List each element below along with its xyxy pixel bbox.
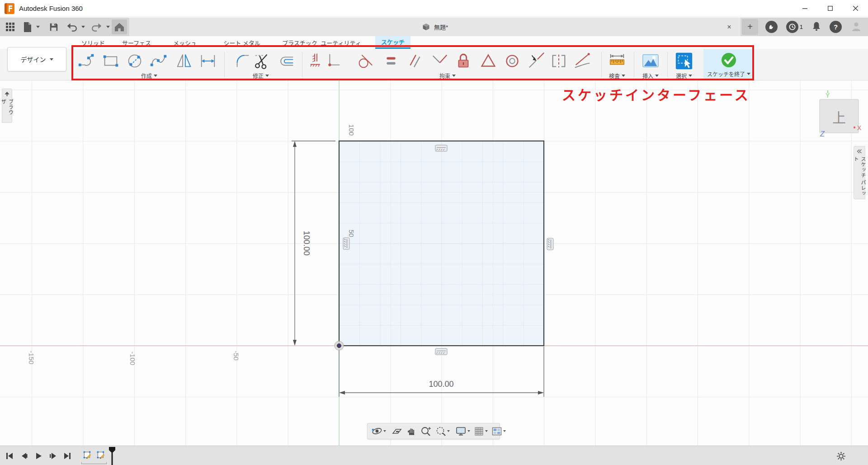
- pan-icon[interactable]: [405, 424, 418, 438]
- orbit-icon[interactable]: [370, 424, 387, 438]
- group-label-modify[interactable]: 修正: [236, 72, 286, 80]
- midpoint-constraint-icon[interactable]: [478, 51, 499, 71]
- timeline-play-button[interactable]: [33, 451, 44, 461]
- fix-constraint-icon[interactable]: [453, 51, 474, 71]
- line-tool-icon[interactable]: [76, 51, 97, 71]
- viewports-caret[interactable]: [503, 430, 506, 432]
- grid-settings-caret[interactable]: [485, 430, 488, 432]
- coincident-constraint-icon[interactable]: [323, 51, 344, 71]
- tab-solid[interactable]: ソリッド: [72, 36, 114, 49]
- curvature-constraint-icon[interactable]: [571, 51, 592, 71]
- tab-mesh[interactable]: メッシュ: [159, 36, 211, 49]
- finish-sketch-button[interactable]: スケッチを終了: [703, 49, 754, 80]
- equal-constraint-icon[interactable]: [381, 51, 401, 71]
- redo-icon[interactable]: [89, 19, 104, 34]
- mirror-tool-icon[interactable]: [174, 51, 194, 71]
- group-label-finish: スケッチを終了: [707, 70, 750, 78]
- group-label-constraints[interactable]: 拘束: [423, 72, 472, 80]
- fillet-tool-icon[interactable]: [232, 51, 253, 71]
- trim-tool-icon[interactable]: [252, 51, 273, 71]
- collinear-constraint-icon[interactable]: [526, 51, 547, 71]
- zoom-window-caret[interactable]: [447, 430, 450, 432]
- redo-caret[interactable]: [106, 26, 110, 28]
- job-status[interactable]: 1: [786, 21, 803, 33]
- symmetry-constraint-icon[interactable]: [548, 51, 569, 71]
- group-label-create[interactable]: 作成: [124, 72, 174, 80]
- timeline-next-button[interactable]: [47, 451, 59, 461]
- parallel-constraint-icon[interactable]: [404, 51, 425, 71]
- title-bar: Autodesk Fusion 360: [0, 0, 868, 17]
- orbit-caret[interactable]: [383, 430, 386, 432]
- workspace-caret: [50, 58, 53, 61]
- dim-width-label[interactable]: 100.00: [429, 380, 453, 389]
- timeline-marker[interactable]: [108, 446, 116, 465]
- rectangle-tool-icon[interactable]: [100, 51, 121, 71]
- sketch-square[interactable]: [339, 141, 544, 346]
- home-icon[interactable]: [112, 19, 127, 34]
- timeline-prev-button[interactable]: [18, 451, 30, 461]
- close-button[interactable]: [843, 0, 868, 17]
- app-grid-icon[interactable]: [3, 19, 18, 34]
- timeline-begin-button[interactable]: [4, 451, 15, 461]
- group-label-select[interactable]: 選択: [659, 72, 709, 80]
- tab-utilities[interactable]: ユーティリティ: [314, 36, 368, 49]
- close-tab-icon[interactable]: ×: [724, 22, 734, 32]
- insert-image-icon[interactable]: [640, 51, 661, 71]
- document-tab-title: 無題*: [434, 23, 448, 31]
- file-menu-caret[interactable]: [36, 26, 40, 28]
- expand-chevron-icon: [857, 149, 862, 154]
- design-canvas[interactable]: 100.00 100.00 -150 -100 -50 100 50: [0, 80, 868, 446]
- zoom-icon[interactable]: [420, 424, 433, 438]
- origin-point[interactable]: [335, 341, 344, 350]
- extensions-icon[interactable]: [765, 21, 778, 33]
- timeline-group-bracket: [81, 462, 107, 464]
- tangent-constraint-icon[interactable]: [354, 51, 375, 71]
- timeline-sketch-feature[interactable]: [81, 450, 93, 460]
- profile-icon[interactable]: [850, 20, 862, 34]
- sketch-palette-tab[interactable]: スケッチ パレット: [854, 146, 865, 199]
- viewports-icon[interactable]: [491, 424, 507, 438]
- fusion-logo-icon: [5, 3, 14, 14]
- offset-tool-icon[interactable]: [276, 51, 297, 71]
- viewcube-face-label: 上: [832, 110, 846, 125]
- help-icon[interactable]: ?: [830, 21, 842, 33]
- maximize-button[interactable]: [817, 0, 843, 17]
- notifications-icon[interactable]: [811, 21, 821, 33]
- look-at-icon[interactable]: [391, 424, 403, 438]
- timeline-sketch-feature[interactable]: [95, 450, 107, 460]
- dim-height-label[interactable]: 100.00: [302, 230, 311, 255]
- undo-icon[interactable]: [64, 19, 80, 34]
- constraint-badge-right[interactable]: [547, 238, 553, 250]
- settings-gear-icon[interactable]: [835, 451, 846, 461]
- measure-icon[interactable]: [607, 51, 627, 71]
- constraint-badge-top[interactable]: [435, 145, 447, 151]
- constraint-badge-bottom[interactable]: [435, 348, 447, 355]
- spline-tool-icon[interactable]: [148, 51, 169, 71]
- concentric-constraint-icon[interactable]: [502, 51, 523, 71]
- circle-tool-icon[interactable]: [124, 51, 145, 71]
- viewcube[interactable]: 上 Y X Z: [820, 90, 862, 138]
- display-settings-icon[interactable]: [454, 424, 471, 438]
- save-icon[interactable]: [46, 19, 61, 34]
- document-tab[interactable]: 無題*: [129, 18, 741, 36]
- browser-panel-tab[interactable]: ブラウザ: [2, 89, 12, 123]
- minimize-button[interactable]: [792, 0, 817, 17]
- sketch-graphics: 100.00 100.00 -150 -100 -50 100 50: [0, 80, 868, 446]
- file-menu-icon[interactable]: [20, 19, 35, 34]
- perpendicular-constraint-icon[interactable]: [429, 51, 450, 71]
- constraint-badge-left[interactable]: [343, 238, 349, 249]
- tab-sheet-metal[interactable]: シート メタル: [211, 36, 273, 49]
- display-settings-caret[interactable]: [467, 430, 470, 432]
- dimension-tool-icon[interactable]: [198, 51, 218, 71]
- new-tab-icon[interactable]: +: [742, 19, 758, 35]
- zoom-window-icon[interactable]: [434, 424, 451, 438]
- tab-surface[interactable]: サーフェス: [114, 36, 159, 49]
- x-axis-label: -150: [28, 351, 35, 364]
- select-icon[interactable]: [674, 51, 694, 71]
- undo-caret[interactable]: [81, 26, 85, 28]
- window-controls: [792, 0, 868, 17]
- tab-sketch[interactable]: スケッチ: [375, 36, 410, 49]
- workspace-selector[interactable]: デザイン: [7, 47, 66, 71]
- grid-settings-icon[interactable]: [473, 424, 489, 438]
- timeline-end-button[interactable]: [61, 451, 73, 461]
